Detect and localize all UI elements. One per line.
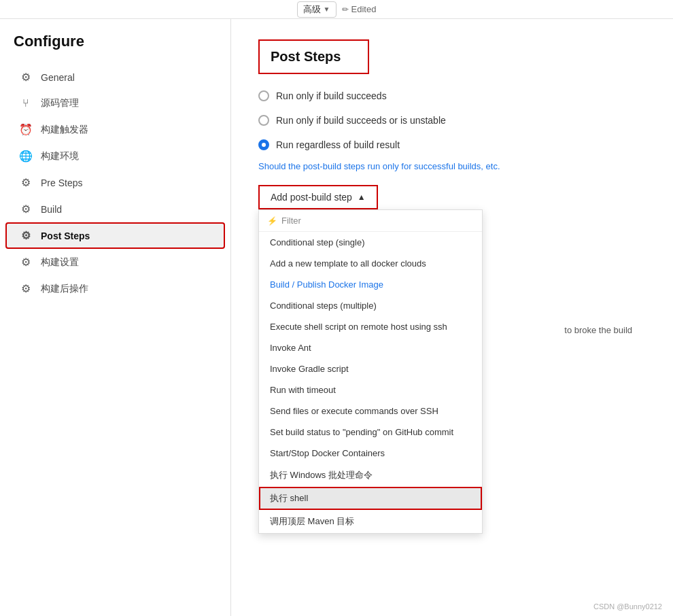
add-step-label: Add post-build step [271,192,352,203]
dropdown-item-0[interactable]: Conditional step (single) [259,232,482,253]
post-steps-icon: ⚙ [19,229,33,242]
sidebar-item-general[interactable]: ⚙ General [5,64,225,90]
filter-label: Filter [281,216,301,226]
watermark: CSDN @Bunny0212 [593,602,662,611]
sidebar-item-label: 源码管理 [41,97,79,109]
sidebar-item-build-settings[interactable]: ⚙ 构建设置 [5,249,225,275]
radio-circle-regardless [258,139,269,150]
sidebar-item-build[interactable]: ⚙ Build [5,196,225,222]
sidebar-item-build-triggers[interactable]: ⏰ 构建触发器 [5,116,225,143]
dropdown-item-1[interactable]: Add a new template to all docker clouds [259,253,482,274]
sidebar-item-build-env[interactable]: 🌐 构建环境 [5,143,225,169]
trigger-icon: ⏰ [19,123,33,136]
branch-selector[interactable]: 高级 ▼ [297,1,336,18]
build-icon: ⚙ [19,203,33,216]
edited-text: Edited [351,4,377,14]
sidebar-item-post-steps[interactable]: ⚙ Post Steps [5,222,225,249]
edited-status: ✏ Edited [342,4,377,14]
dropdown-item-10[interactable]: Start/Stop Docker Containers [259,443,482,464]
pre-steps-icon: ⚙ [19,176,33,189]
radio-label-regardless: Run regardless of build result [276,139,400,150]
section-title: Post Steps [271,49,341,65]
top-bar-center: 高级 ▼ ✏ Edited [297,1,377,18]
sidebar-item-pre-steps[interactable]: ⚙ Pre Steps [5,169,225,196]
dropdown-item-3[interactable]: Conditional steps (multiple) [259,295,482,316]
radio-label-success-only: Run only if build succeeds [276,90,387,101]
radio-circle-success-only [258,90,269,101]
radio-group: Run only if build succeeds Run only if b… [258,90,646,150]
settings-icon: ⚙ [19,256,33,269]
radio-circle-success-unstable [258,115,269,126]
dropdown-item-8[interactable]: Send files or execute commands over SSH [259,400,482,422]
dropdown-menu: ⚡ Filter Conditional step (single) Add a… [258,209,483,534]
sidebar-item-post-build[interactable]: ⚙ 构建后操作 [5,275,225,302]
sidebar: Configure ⚙ General ⑂ 源码管理 ⏰ 构建触发器 🌐 构建环… [0,19,231,616]
sidebar-item-label: General [41,72,75,83]
filter-icon: ⚡ [267,216,277,226]
sidebar-title: Configure [0,33,230,64]
main-layout: Configure ⚙ General ⑂ 源码管理 ⏰ 构建触发器 🌐 构建环… [0,19,673,616]
sidebar-item-label: Pre Steps [41,177,82,188]
sidebar-item-source-control[interactable]: ⑂ 源码管理 [5,90,225,116]
help-text: Should the post-build steps run only for… [258,161,646,171]
add-post-build-step-button[interactable]: Add post-build step ▲ [258,185,378,209]
dropdown-item-7[interactable]: Run with timeout [259,379,482,400]
radio-label-success-unstable: Run only if build succeeds or is unstabl… [276,115,446,126]
post-build-icon: ⚙ [19,282,33,295]
edit-icon: ✏ [342,5,349,14]
dropdown-item-4[interactable]: Execute shell script on remote host usin… [259,316,482,337]
radio-success-only[interactable]: Run only if build succeeds [258,90,646,101]
env-icon: 🌐 [19,150,33,162]
dropdown-item-execute-shell[interactable]: 执行 shell [259,487,482,510]
radio-success-unstable[interactable]: Run only if build succeeds or is unstabl… [258,115,646,126]
chevron-down-icon: ▼ [324,5,330,13]
dropdown-container: Add post-build step ▲ ⚡ Filter Condition… [258,185,646,534]
sidebar-item-label: Post Steps [41,230,90,241]
dropdown-item-13[interactable]: 调用顶层 Maven 目标 [259,510,482,533]
sidebar-item-label: 构建后操作 [41,283,88,295]
branch-label: 高级 [303,3,321,16]
dropdown-item-9[interactable]: Set build status to "pending" on GitHub … [259,422,482,443]
sidebar-item-label: 构建环境 [41,150,79,162]
radio-regardless[interactable]: Run regardless of build result [258,139,646,150]
content-area: Post Steps Run only if build succeeds Ru… [231,19,673,616]
sidebar-item-label: Build [41,204,62,215]
dropdown-item-5[interactable]: Invoke Ant [259,337,482,358]
sidebar-item-label: 构建设置 [41,256,79,269]
chevron-up-icon: ▲ [358,192,366,202]
source-control-icon: ⑂ [19,97,33,109]
gear-icon: ⚙ [19,71,33,84]
dropdown-item-6[interactable]: Invoke Gradle script [259,358,482,379]
top-bar: 高级 ▼ ✏ Edited [0,0,673,19]
dropdown-item-2[interactable]: Build / Publish Docker Image [259,274,482,295]
filter-row: ⚡ Filter [259,210,482,232]
dropdown-item-11[interactable]: 执行 Windows 批处理命令 [259,464,482,487]
sidebar-item-label: 构建触发器 [41,124,88,136]
post-steps-section-box: Post Steps [258,39,369,74]
